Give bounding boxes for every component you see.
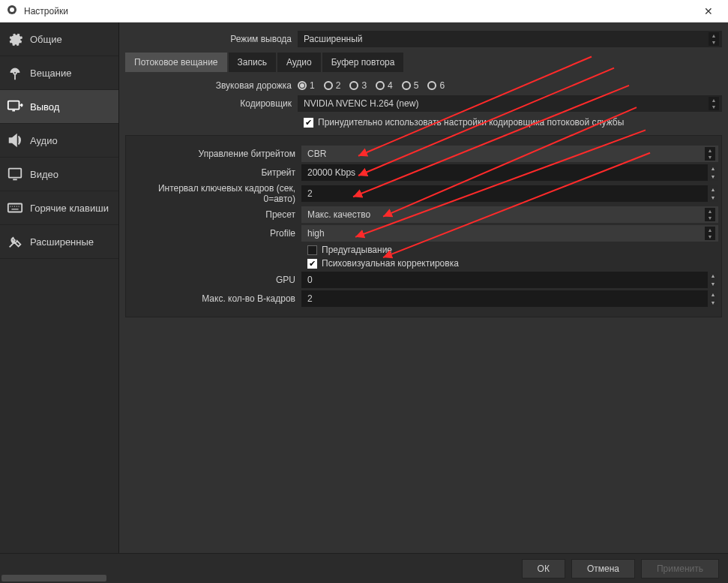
enforce-encoder-label: Принудительно использовать настройки код… bbox=[318, 117, 624, 128]
sidebar-item-audio[interactable]: Аудио bbox=[0, 124, 118, 158]
cancel-button[interactable]: Отмена bbox=[571, 559, 635, 578]
gpu-value: 0 bbox=[307, 275, 313, 285]
chevron-down-icon[interactable]: ▼ bbox=[709, 104, 719, 110]
keyint-input[interactable]: 2 ▲▼ bbox=[301, 185, 718, 202]
sidebar-item-output[interactable]: Вывод bbox=[0, 90, 118, 124]
titlebar: Настройки ✕ bbox=[0, 0, 728, 23]
keyint-value: 2 bbox=[307, 188, 313, 199]
rate-control-label: Управление битрейтом bbox=[129, 149, 301, 159]
svg-rect-2 bbox=[8, 101, 19, 110]
encoder-panel: Управление битрейтом CBR ▲▼ Битрейт bbox=[125, 135, 722, 317]
encoder-select[interactable]: NVIDIA NVENC H.264 (new) ▲▼ bbox=[298, 95, 722, 112]
sidebar-item-label: Видео bbox=[30, 169, 58, 180]
ok-button[interactable]: ОК bbox=[522, 559, 565, 578]
sidebar-item-advanced[interactable]: Расширенные bbox=[0, 225, 118, 259]
bitrate-value: 20000 Kbps bbox=[307, 167, 355, 178]
chevron-up-icon[interactable]: ▲ bbox=[705, 208, 715, 215]
audio-track-4[interactable]: 4 bbox=[376, 80, 393, 91]
spin-down-icon[interactable]: ▼ bbox=[708, 173, 718, 181]
rate-control-value: CBR bbox=[307, 149, 326, 159]
output-mode-value: Расширенный bbox=[304, 34, 363, 44]
chevron-up-icon[interactable]: ▲ bbox=[709, 97, 719, 104]
audio-track-label: Звуковая дорожка bbox=[125, 80, 298, 91]
window-title: Настройки bbox=[24, 6, 68, 17]
chevron-down-icon[interactable]: ▼ bbox=[705, 154, 715, 161]
content-pane: Режим вывода Расширенный ▲▼ Потоковое ве… bbox=[119, 23, 728, 553]
svg-rect-3 bbox=[9, 169, 22, 178]
rate-control-select[interactable]: CBR ▲▼ bbox=[301, 146, 718, 162]
sidebar-item-label: Аудио bbox=[30, 135, 58, 146]
app-icon bbox=[6, 4, 18, 19]
spin-down-icon[interactable]: ▼ bbox=[708, 194, 718, 202]
audio-track-6[interactable]: 6 bbox=[427, 80, 445, 91]
spin-down-icon[interactable]: ▼ bbox=[708, 280, 718, 288]
bframes-label: Макс. кол-во B-кадров bbox=[129, 293, 301, 304]
svg-point-1 bbox=[10, 8, 14, 12]
bframes-value: 2 bbox=[307, 293, 313, 304]
tab-recording[interactable]: Запись bbox=[229, 53, 276, 72]
spin-up-icon[interactable]: ▲ bbox=[708, 272, 718, 280]
audio-track-radio-group: 1 2 3 4 5 6 bbox=[298, 80, 445, 91]
preset-value: Макс. качество bbox=[307, 209, 370, 220]
sidebar-item-hotkeys[interactable]: Горячие клавиши bbox=[0, 191, 118, 225]
keyboard-icon bbox=[6, 199, 24, 217]
psycho-checkbox[interactable]: ✔ bbox=[307, 259, 317, 269]
audio-track-3[interactable]: 3 bbox=[349, 80, 367, 91]
keyint-label: Интервал ключевых кадров (сек, 0=авто) bbox=[129, 183, 301, 204]
gpu-label: GPU bbox=[129, 275, 301, 285]
gear-icon bbox=[6, 30, 24, 48]
encoder-value: NVIDIA NVENC H.264 (new) bbox=[304, 98, 418, 109]
psycho-label: Психовизуальная корректировка bbox=[322, 258, 459, 269]
preset-label: Пресет bbox=[129, 209, 301, 220]
spin-up-icon[interactable]: ▲ bbox=[708, 185, 718, 194]
preset-select[interactable]: Макс. качество ▲▼ bbox=[301, 206, 718, 223]
audio-track-5[interactable]: 5 bbox=[402, 80, 419, 91]
speaker-icon bbox=[6, 131, 24, 149]
sidebar-item-label: Вещание bbox=[30, 68, 72, 79]
tab-replay-buffer[interactable]: Буфер повтора bbox=[322, 53, 404, 72]
profile-value: high bbox=[307, 228, 325, 239]
close-icon[interactable]: ✕ bbox=[695, 2, 722, 20]
output-mode-label: Режим вывода bbox=[125, 34, 298, 44]
chevron-up-icon[interactable]: ▲ bbox=[705, 227, 715, 233]
sidebar-item-label: Общие bbox=[30, 34, 62, 45]
tab-audio[interactable]: Аудио bbox=[277, 53, 321, 72]
audio-track-1[interactable]: 1 bbox=[298, 80, 315, 91]
tools-icon bbox=[6, 233, 24, 251]
sidebar-item-stream[interactable]: Вещание bbox=[0, 56, 118, 90]
monitor-icon bbox=[6, 165, 24, 183]
chevron-down-icon[interactable]: ▼ bbox=[705, 215, 715, 221]
settings-window: Настройки ✕ Общие Вещание Вывод bbox=[0, 0, 728, 583]
sidebar-item-label: Расширенные bbox=[30, 236, 94, 248]
sidebar-item-label: Горячие клавиши bbox=[30, 203, 109, 214]
spin-up-icon[interactable]: ▲ bbox=[708, 164, 718, 173]
spin-up-icon[interactable]: ▲ bbox=[708, 290, 718, 299]
bitrate-label: Битрейт bbox=[129, 167, 301, 178]
lookahead-label: Предугадывание bbox=[322, 245, 392, 255]
bitrate-input[interactable]: 20000 Kbps ▲▼ bbox=[301, 164, 718, 181]
chevron-up-icon[interactable]: ▲ bbox=[705, 147, 715, 154]
gpu-input[interactable]: 0 ▲▼ bbox=[301, 272, 718, 288]
dialog-footer: ОК Отмена Применить bbox=[0, 553, 728, 583]
sidebar-item-general[interactable]: Общие bbox=[0, 23, 118, 56]
bframes-input[interactable]: 2 ▲▼ bbox=[301, 290, 718, 307]
profile-select[interactable]: high ▲▼ bbox=[301, 225, 718, 242]
sidebar-item-video[interactable]: Видео bbox=[0, 158, 118, 191]
monitor-out-icon bbox=[6, 98, 24, 116]
enforce-encoder-checkbox[interactable]: ✔ bbox=[304, 118, 313, 128]
antenna-icon bbox=[6, 64, 24, 82]
chevron-down-icon[interactable]: ▼ bbox=[709, 39, 719, 46]
tab-streaming[interactable]: Потоковое вещание bbox=[125, 53, 227, 72]
chevron-up-icon[interactable]: ▲ bbox=[709, 32, 719, 39]
spin-down-icon[interactable]: ▼ bbox=[708, 299, 718, 307]
sidebar-item-label: Вывод bbox=[30, 101, 59, 113]
output-mode-select[interactable]: Расширенный ▲▼ bbox=[298, 31, 722, 47]
audio-track-2[interactable]: 2 bbox=[324, 80, 341, 91]
chevron-down-icon[interactable]: ▼ bbox=[705, 233, 715, 240]
encoder-label: Кодировщик bbox=[125, 98, 298, 109]
svg-rect-4 bbox=[8, 204, 22, 212]
lookahead-checkbox[interactable] bbox=[307, 245, 317, 255]
sidebar: Общие Вещание Вывод Аудио Видео bbox=[0, 23, 119, 553]
profile-label: Profile bbox=[129, 228, 301, 239]
apply-button[interactable]: Применить bbox=[641, 559, 719, 578]
